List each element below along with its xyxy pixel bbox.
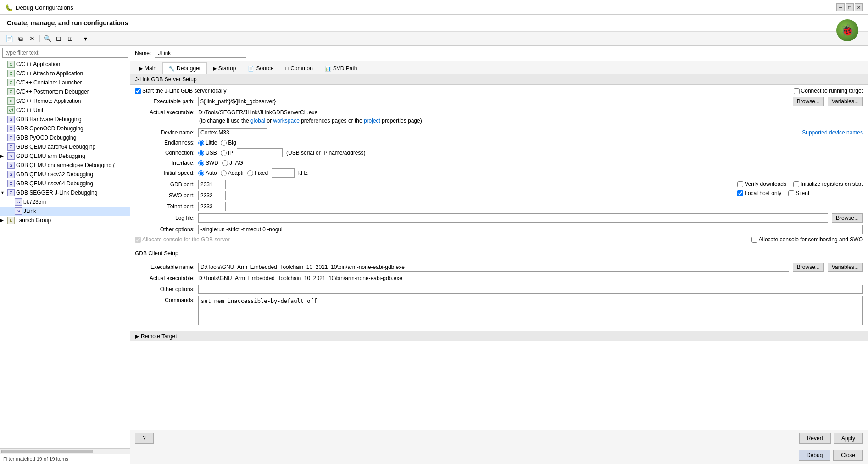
other-options-server-input[interactable] — [198, 225, 863, 234]
supported-device-names-link[interactable]: Supported device names — [802, 129, 863, 136]
sidebar-item-cpp-remote[interactable]: C C/C++ Remote Application — [0, 96, 130, 106]
gdb-exec-name-input[interactable] — [198, 263, 789, 272]
commands-textarea[interactable]: set mem inaccessible-by-default off — [198, 296, 863, 325]
gdb-exec-variables-button[interactable]: Variables... — [828, 263, 863, 272]
gdb-exec-name-label: Executable name: — [135, 264, 195, 270]
other-options-server-row: Other options: — [135, 225, 863, 234]
executable-browse-button[interactable]: Browse... — [793, 97, 824, 106]
tab-debugger[interactable]: 🔧 Debugger — [162, 62, 207, 74]
speed-khz-input[interactable] — [272, 168, 295, 178]
help-button[interactable]: ? — [135, 433, 154, 444]
allocate-console-checkbox[interactable] — [135, 237, 141, 243]
gdb-exec-browse-button[interactable]: Browse... — [793, 263, 824, 272]
minimize-button[interactable]: ─ — [836, 3, 845, 11]
executable-variables-button[interactable]: Variables... — [828, 97, 863, 106]
endianness-big-option[interactable]: Big — [221, 140, 236, 146]
speed-fixed-radio[interactable] — [247, 170, 253, 176]
silent-checkbox[interactable] — [788, 190, 794, 196]
tab-common[interactable]: □ Common — [279, 62, 318, 74]
sidebar-item-cpp-container[interactable]: C C/C++ Container Launcher — [0, 78, 130, 87]
speed-adaptive-radio[interactable] — [221, 170, 227, 176]
debug-button[interactable]: Debug — [799, 450, 830, 461]
sidebar-item-gdb-openocd[interactable]: G GDB OpenOCD Debugging — [0, 124, 130, 133]
sidebar-item-launch-group[interactable]: ▶ L Launch Group — [0, 216, 130, 225]
log-file-input[interactable] — [198, 213, 828, 223]
sidebar-item-cpp-postmortem[interactable]: C C/C++ Postmortem Debugger — [0, 87, 130, 96]
sidebar-item-gdb-qemu-aarch64[interactable]: G GDB QEMU aarch64 Debugging — [0, 142, 130, 151]
delete-config-button[interactable]: ✕ — [27, 34, 37, 44]
close-button[interactable]: ✕ — [855, 3, 863, 11]
allocate-semihosting-checkbox[interactable] — [751, 237, 757, 243]
sidebar-item-gdb-segger[interactable]: ▼ G GDB SEGGER J-Link Debugging — [0, 188, 130, 197]
collapse-button[interactable]: ⊟ — [54, 34, 64, 44]
sidebar-item-gdb-hardware[interactable]: G GDB Hardware Debugging — [0, 115, 130, 124]
log-file-label: Log file: — [135, 215, 195, 221]
filter-input[interactable] — [2, 48, 128, 58]
workspace-link[interactable]: workspace — [273, 117, 299, 124]
log-file-browse-button[interactable]: Browse... — [832, 213, 863, 223]
speed-auto-option[interactable]: Auto — [198, 170, 217, 176]
executable-path-input[interactable] — [198, 97, 789, 106]
speed-adaptive-option[interactable]: Adapti — [221, 170, 244, 176]
sidebar-item-bk7235m[interactable]: G bk7235m — [0, 197, 130, 207]
global-link[interactable]: global — [250, 117, 265, 124]
endianness-little-radio[interactable] — [198, 140, 204, 146]
name-input[interactable] — [155, 49, 246, 58]
connection-ip-radio[interactable] — [221, 150, 227, 156]
duplicate-config-button[interactable]: ⧉ — [16, 34, 26, 44]
connection-usb-radio[interactable] — [198, 150, 204, 156]
swo-port-input[interactable] — [198, 191, 226, 200]
revert-button[interactable]: Revert — [799, 433, 831, 444]
sidebar-item-gdb-qemu-riscv32[interactable]: G GDB QEMU riscv32 Debugging — [0, 170, 130, 179]
project-link[interactable]: project — [364, 117, 380, 124]
sidebar-item-cpp-attach[interactable]: C C/C++ Attach to Application — [0, 69, 130, 78]
apply-button[interactable]: Apply — [834, 433, 863, 444]
sidebar-horizontal-scrollbar[interactable] — [0, 448, 130, 454]
scrollbar-thumb[interactable] — [1, 450, 93, 453]
tab-main[interactable]: ▶ Main — [133, 62, 162, 74]
init-registers-checkbox[interactable] — [793, 181, 799, 187]
sidebar-item-cpp-app[interactable]: C C/C++ Application — [0, 60, 130, 69]
sidebar-item-gdb-qemu-arm[interactable]: ▶ G GDB QEMU arm Debugging — [0, 151, 130, 161]
gdb-port-input[interactable] — [198, 180, 226, 189]
sidebar-item-gdb-qemu-gnuarm[interactable]: G GDB QEMU gnuarmeclipse Debugging ( — [0, 161, 130, 170]
device-name-input[interactable] — [198, 128, 267, 137]
interface-swd-radio[interactable] — [198, 160, 204, 166]
expand-button[interactable]: ⊞ — [65, 34, 75, 44]
silent-group: Silent — [788, 190, 809, 196]
gdb-other-options-input[interactable] — [198, 285, 863, 294]
connection-ip-input[interactable] — [237, 148, 283, 157]
main-area: C C/C++ Application C C/C++ Attach to Ap… — [0, 46, 868, 464]
sidebar-item-label: C/C++ Container Launcher — [16, 79, 82, 86]
speed-fixed-option[interactable]: Fixed — [247, 170, 268, 176]
sidebar-item-gdb-pyocd[interactable]: G GDB PyOCD Debugging — [0, 133, 130, 142]
start-locally-checkbox[interactable] — [135, 88, 141, 94]
verify-downloads-checkbox[interactable] — [737, 181, 743, 187]
filter-button[interactable]: 🔍 — [42, 34, 52, 44]
interface-jtag-option[interactable]: JTAG — [222, 160, 243, 166]
sidebar-item-jlink[interactable]: G JLink — [0, 207, 130, 216]
tab-svd-path[interactable]: 📊 SVD Path — [319, 62, 363, 74]
sidebar-item-cpp-unit[interactable]: Ci C/C++ Unit — [0, 106, 130, 115]
remote-target-section[interactable]: ▶ Remote Target — [130, 331, 868, 341]
speed-auto-radio[interactable] — [198, 170, 204, 176]
local-host-only-checkbox[interactable] — [737, 190, 743, 196]
endianness-big-radio[interactable] — [221, 140, 227, 146]
connection-ip-label: IP — [228, 150, 233, 156]
new-config-button[interactable]: 📄 — [4, 34, 14, 44]
connection-ip-option[interactable]: IP — [221, 150, 233, 156]
sidebar-item-label: C/C++ Attach to Application — [16, 70, 83, 77]
executable-path-row: Executable path: Browse... Variables... — [135, 97, 863, 106]
tab-source[interactable]: 📄 Source — [242, 62, 279, 74]
sidebar-item-gdb-qemu-riscv64[interactable]: G GDB QEMU riscv64 Debugging — [0, 179, 130, 188]
connection-usb-option[interactable]: USB — [198, 150, 217, 156]
close-button[interactable]: Close — [833, 450, 863, 461]
maximize-button[interactable]: □ — [846, 3, 854, 11]
tab-startup[interactable]: ▶ Startup — [207, 62, 242, 74]
telnet-port-input[interactable] — [198, 202, 226, 211]
menu-button[interactable]: ▾ — [80, 34, 90, 44]
endianness-little-option[interactable]: Little — [198, 140, 217, 146]
interface-jtag-radio[interactable] — [222, 160, 228, 166]
connect-running-checkbox[interactable] — [794, 88, 800, 94]
interface-swd-option[interactable]: SWD — [198, 160, 218, 166]
